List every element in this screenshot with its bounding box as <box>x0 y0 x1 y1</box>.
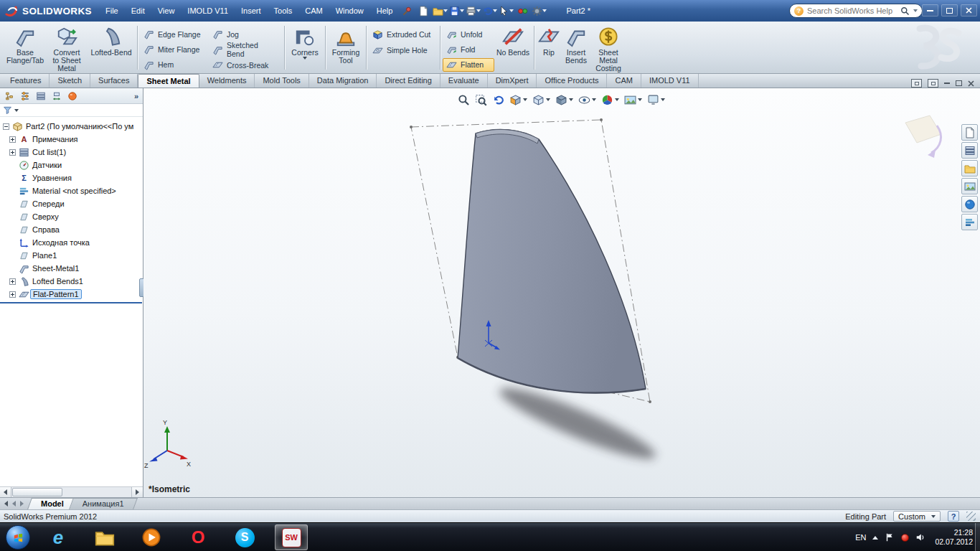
options-button[interactable] <box>532 4 547 19</box>
tab-features[interactable]: Features <box>2 74 50 88</box>
tab-sketch[interactable]: Sketch <box>50 74 90 88</box>
corners-button[interactable]: Corners <box>287 24 323 72</box>
tree-item-sensors[interactable]: Датчики <box>0 159 143 171</box>
tab-imold[interactable]: IMOLD V11 <box>641 74 699 88</box>
tree-item-origin[interactable]: Исходная точка <box>0 236 143 249</box>
view-palette-tab[interactable] <box>961 178 978 194</box>
panel-horizontal-scrollbar[interactable] <box>0 486 143 497</box>
expand-toggle[interactable] <box>9 136 16 143</box>
internet-explorer-taskbar-icon[interactable]: e <box>42 524 75 550</box>
appearances-scenes-tab[interactable] <box>961 196 978 212</box>
tree-item-part-root[interactable]: Part2 (По умолчанию<<По ум <box>0 120 143 133</box>
lofted-bend-button[interactable]: Lofted-Bend <box>88 24 135 72</box>
convert-to-sheet-metal-button[interactable]: Convert to Sheet Metal <box>46 24 88 72</box>
graphics-viewport[interactable]: Y X Z <box>143 88 980 497</box>
scrollbar-thumb[interactable] <box>12 488 62 496</box>
maximize-button[interactable] <box>941 4 958 17</box>
resize-grip[interactable] <box>966 512 976 521</box>
scroll-first-icon[interactable] <box>4 501 8 507</box>
notification-icon[interactable] <box>901 534 909 542</box>
menu-window[interactable]: Window <box>329 0 370 22</box>
action-center-icon[interactable] <box>885 532 895 542</box>
toolbar-preset-dropdown[interactable]: Custom <box>893 511 941 522</box>
menu-file[interactable]: File <box>99 0 125 22</box>
tab-mold-tools[interactable]: Mold Tools <box>255 74 308 88</box>
doc-restore-icon[interactable] <box>956 80 962 86</box>
filter-funnel-icon[interactable] <box>3 105 12 115</box>
tab-data-migration[interactable]: Data Migration <box>309 74 377 88</box>
previous-view-button[interactable] <box>491 93 506 107</box>
tab-office-products[interactable]: Office Products <box>537 74 607 88</box>
lofted-part-face[interactable] <box>458 129 646 392</box>
jog-button[interactable]: Jog <box>209 27 282 41</box>
save-button[interactable] <box>449 4 464 19</box>
clock[interactable]: 21:28 02.07.2012 <box>935 528 973 547</box>
extruded-cut-button[interactable]: Extruded Cut <box>369 27 438 42</box>
tab-direct-editing[interactable]: Direct Editing <box>377 74 440 88</box>
skype-taskbar-icon[interactable]: S <box>228 524 261 550</box>
rip-button[interactable]: Rip <box>537 24 561 72</box>
menu-imold[interactable]: IMOLD V11 <box>181 0 235 22</box>
section-view-button[interactable] <box>508 93 529 107</box>
flatten-button[interactable]: Flatten <box>443 58 494 72</box>
scroll-right-button[interactable] <box>131 487 143 497</box>
doc-close-icon[interactable] <box>968 80 974 87</box>
display-style-button[interactable] <box>554 93 575 107</box>
menu-insert[interactable]: Insert <box>235 0 268 22</box>
configurationmanager-tab[interactable] <box>34 90 47 102</box>
undo-button[interactable] <box>482 4 497 19</box>
tree-item-front-plane[interactable]: Спереди <box>0 197 143 210</box>
search-icon[interactable] <box>900 6 910 16</box>
open-button[interactable] <box>433 4 448 19</box>
search-dropdown-icon[interactable] <box>913 9 918 12</box>
custom-properties-tab[interactable] <box>961 214 978 230</box>
featuremanager-tree-tab[interactable] <box>3 90 16 102</box>
base-flange-button[interactable]: Base Flange/Tab <box>4 24 46 72</box>
hem-button[interactable]: Hem <box>140 58 209 72</box>
file-explorer-tab[interactable] <box>961 160 978 176</box>
forming-tool-button[interactable]: Forming Tool <box>328 24 364 72</box>
edit-appearance-button[interactable] <box>600 93 621 107</box>
expand-toggle[interactable] <box>3 123 9 130</box>
expand-toggle[interactable] <box>9 149 16 156</box>
doc-minimize-icon[interactable] <box>944 83 950 84</box>
miter-flange-button[interactable]: Miter Flange <box>140 42 209 56</box>
propertymanager-tab[interactable] <box>19 90 32 102</box>
fold-button[interactable]: Fold <box>443 42 494 56</box>
menu-tools[interactable]: Tools <box>268 0 299 22</box>
tab-sheet-metal[interactable]: Sheet Metal <box>138 74 199 88</box>
cross-break-button[interactable]: Cross-Break <box>209 58 282 72</box>
tree-item-material[interactable]: Material <not specified> <box>0 184 143 197</box>
print-button[interactable] <box>466 4 481 19</box>
tab-surfaces[interactable]: Surfaces <box>90 74 138 88</box>
media-player-taskbar-icon[interactable] <box>135 524 168 550</box>
no-bends-button[interactable]: No Bends <box>494 24 532 72</box>
show-desktop-button[interactable] <box>975 523 980 551</box>
scroll-prev-icon[interactable] <box>12 501 16 507</box>
tab-evaluate[interactable]: Evaluate <box>440 74 488 88</box>
opera-taskbar-icon[interactable]: O <box>182 524 215 550</box>
menu-help[interactable]: Help <box>370 0 400 22</box>
tree-filter-bar[interactable] <box>0 104 143 117</box>
filter-dropdown-icon[interactable] <box>14 109 19 112</box>
corners-dropdown-icon[interactable] <box>303 57 307 60</box>
tree-item-equations[interactable]: Σ Уравнения <box>0 171 143 184</box>
menu-view[interactable]: View <box>151 0 182 22</box>
tree-item-plane1[interactable]: Plane1 <box>0 249 143 262</box>
animation1-tab[interactable]: Анимация1 <box>71 498 136 509</box>
tree-item-top-plane[interactable]: Сверху <box>0 210 143 223</box>
tree-item-lofted-bends1[interactable]: Lofted Bends1 <box>0 275 143 288</box>
panel-overflow-chevron[interactable]: » <box>134 92 140 100</box>
view-orientation-button[interactable] <box>531 93 552 107</box>
zoom-to-fit-button[interactable] <box>456 93 471 107</box>
simple-hole-button[interactable]: Simple Hole <box>369 43 438 57</box>
new-document-button[interactable] <box>416 4 431 19</box>
explorer-taskbar-icon[interactable] <box>88 524 121 550</box>
expand-commandmanager-icon[interactable] <box>928 79 938 88</box>
dimxpertmanager-tab[interactable] <box>50 90 63 102</box>
insert-bends-button[interactable]: Insert Bends <box>561 24 591 72</box>
solidworks-taskbar-icon[interactable]: SW <box>275 524 308 550</box>
unfold-button[interactable]: Unfold <box>443 27 494 41</box>
apply-scene-button[interactable] <box>623 93 644 107</box>
tree-item-right-plane[interactable]: Справа <box>0 223 143 236</box>
